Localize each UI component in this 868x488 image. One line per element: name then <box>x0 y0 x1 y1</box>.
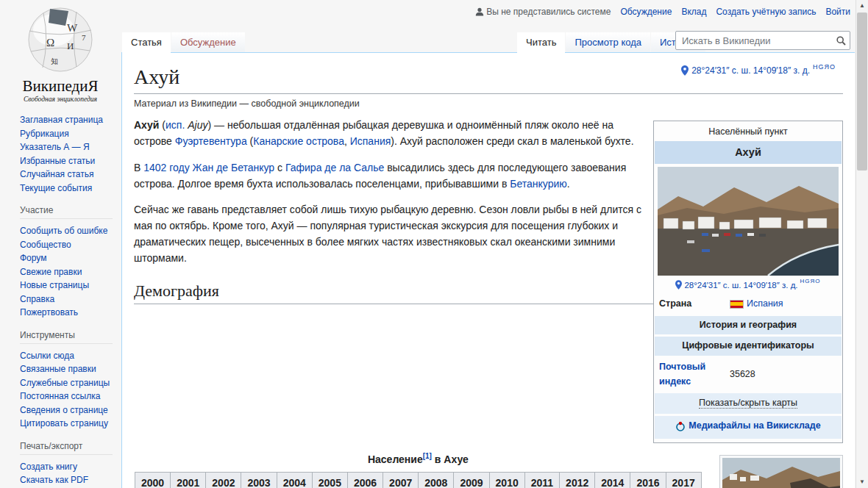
inline-link[interactable]: Канарские острова <box>253 135 344 147</box>
personal-link[interactable]: Войти <box>825 7 850 17</box>
infobox-coordinates: 28°24′31″ с. ш. 14°09′18″ з. д. HGЯO <box>654 277 842 295</box>
list-item: Текущие события <box>20 183 121 194</box>
infobox-type-label: Населённый пункт <box>654 121 842 142</box>
user-icon <box>475 7 484 16</box>
inline-link[interactable]: 1402 году <box>143 162 189 173</box>
sidebar-link[interactable]: Текущие события <box>20 183 92 193</box>
inline-link[interactable]: Фуэртевентура <box>175 135 247 147</box>
inline-link[interactable]: исп. <box>166 119 185 131</box>
tab-article[interactable]: Статья <box>122 32 171 53</box>
search-button[interactable] <box>832 36 850 46</box>
table-year-header: 2012 <box>560 472 595 488</box>
sidebar-link[interactable]: Связанные правки <box>20 364 96 374</box>
list-item: Сообщить об ошибке <box>20 226 121 237</box>
sidebar-link[interactable]: Свежие правки <box>20 267 82 277</box>
article-body: Населённый пункт Ахуй <box>134 118 843 488</box>
table-year-header: 2001 <box>171 472 206 488</box>
map-pin-icon <box>675 280 682 290</box>
infobox-section-history[interactable]: История и география <box>655 316 842 335</box>
inline-link[interactable]: [1] <box>423 452 432 460</box>
infobox: Населённый пункт Ахуй <box>653 121 843 444</box>
coordinates-link[interactable]: 28°24′31″ с. ш. 14°09′18″ з. д. <box>684 279 797 292</box>
infobox-photo[interactable] <box>654 164 842 277</box>
sidebar: W Ω И 7 知 ВикипедиЯ Свободная энциклопед… <box>0 0 121 488</box>
table-year-header: 2014 <box>595 472 630 488</box>
search-input[interactable] <box>676 35 832 46</box>
geohack-services[interactable]: HGЯO <box>800 277 821 287</box>
spain-flag-icon <box>730 300 744 309</box>
nav-section-header: Участие <box>20 205 113 219</box>
beach-photo-thumbnail[interactable] <box>719 455 843 488</box>
content-area: 28°24′31″ с. ш. 14°09′18″ з. д. HGЯO Аху… <box>121 52 855 488</box>
sidebar-link[interactable]: Ссылки сюда <box>20 351 74 361</box>
postal-code-value: 35628 <box>730 367 755 382</box>
sidebar-link[interactable]: Заглавная страница <box>20 115 103 125</box>
scrollbar[interactable]: ▲ ▼ <box>855 0 868 488</box>
geohack-services[interactable]: HGЯO <box>813 63 836 71</box>
table-year-header: 2005 <box>312 472 347 488</box>
logo-subtitle: Свободная энциклопедия <box>0 96 121 103</box>
list-item: Свежие правки <box>20 267 121 278</box>
logo-wordmark: ВикипедиЯ <box>0 79 121 94</box>
tab-read[interactable]: Читать <box>517 32 565 53</box>
sidebar-link[interactable]: Случайная статья <box>20 169 93 179</box>
sidebar-link[interactable]: Новые страницы <box>20 280 89 290</box>
svg-text:7: 7 <box>82 33 86 42</box>
list-item: Сведения о странице <box>20 405 121 416</box>
tab-view-source[interactable]: Просмотр кода <box>566 32 650 53</box>
maps-toggle-link[interactable]: Показать/скрыть карты <box>699 398 797 409</box>
sidebar-link[interactable]: Сообщить об ошибке <box>20 226 107 236</box>
scroll-down-button[interactable]: ▼ <box>856 476 868 488</box>
sidebar-link[interactable]: Сообщество <box>20 240 71 250</box>
table-year-header: 2006 <box>347 472 383 488</box>
infobox-country-row: Страна Испания <box>654 295 842 314</box>
sidebar-link[interactable]: Сведения о странице <box>20 405 108 415</box>
sidebar-link[interactable]: Служебные страницы <box>20 378 110 388</box>
sidebar-link[interactable]: Создать книгу <box>20 462 77 472</box>
site-tagline: Материал из Википедии — свободной энцикл… <box>134 98 843 109</box>
list-item: Рубрикация <box>20 129 121 140</box>
list-item: Цитировать страницу <box>20 418 121 429</box>
list-item: Новые страницы <box>20 280 121 291</box>
table-year-header: 2009 <box>454 472 489 488</box>
inline-link[interactable]: Жан де Бетанкур <box>193 162 275 173</box>
inline-link[interactable]: Гафира де ла Салье <box>285 162 384 173</box>
scroll-up-button[interactable]: ▲ <box>856 0 868 12</box>
table-year-header: 2011 <box>524 472 559 488</box>
postal-code-link[interactable]: Почтовый индекс <box>659 362 705 387</box>
table-year-header: 2010 <box>489 472 524 488</box>
inline-link[interactable]: Бетанкурию <box>510 178 567 190</box>
coordinates-link[interactable]: 28°24′31″ с. ш. 14°09′18″ з. д. <box>691 65 810 76</box>
sidebar-link[interactable]: Справка <box>20 294 54 304</box>
commons-link[interactable]: Медиафайлы на Викискладе <box>675 419 820 434</box>
nav-section-participation: Участие Сообщить об ошибкеСообществоФору… <box>20 205 121 318</box>
nav-section-header: Печать/экспорт <box>20 441 113 455</box>
infobox-section-identifiers[interactable]: Цифровые идентификаторы <box>655 337 842 356</box>
sidebar-link[interactable]: Постоянная ссылка <box>20 391 100 401</box>
personal-link[interactable]: Создать учётную запись <box>716 7 816 17</box>
tab-talk[interactable]: Обсуждение <box>171 32 245 53</box>
table-year-header: 2002 <box>206 472 241 488</box>
namespace-tabs: Статья Обсуждение <box>122 32 246 53</box>
inline-link[interactable]: Испания <box>350 135 391 147</box>
country-link[interactable]: Испания <box>747 297 783 312</box>
sidebar-link[interactable]: Форум <box>20 253 46 263</box>
list-item: Связанные правки <box>20 364 121 375</box>
table-year-header: 2004 <box>277 472 312 488</box>
scrollbar-thumb[interactable] <box>857 12 867 171</box>
personal-link[interactable]: Вклад <box>681 7 706 17</box>
population-table: Население[1] в Ахуе 20002001200220032004… <box>135 451 702 488</box>
table-year-header: 2008 <box>419 472 454 488</box>
sidebar-link[interactable]: Рубрикация <box>20 129 69 139</box>
svg-text:知: 知 <box>51 57 58 65</box>
table-year-header: 2000 <box>135 472 171 488</box>
sidebar-link[interactable]: Пожертвовать <box>20 307 78 317</box>
wikipedia-logo[interactable]: W Ω И 7 知 ВикипедиЯ Свободная энциклопед… <box>0 0 121 103</box>
sidebar-link[interactable]: Скачать как PDF <box>20 475 88 485</box>
list-item: Избранные статьи <box>20 156 121 167</box>
sidebar-link[interactable]: Избранные статьи <box>20 156 95 166</box>
personal-link[interactable]: Обсуждение <box>620 7 672 17</box>
sidebar-link[interactable]: Цитировать страницу <box>20 418 108 428</box>
beach-photo-image <box>722 458 840 488</box>
sidebar-link[interactable]: Указатель А — Я <box>20 142 90 152</box>
